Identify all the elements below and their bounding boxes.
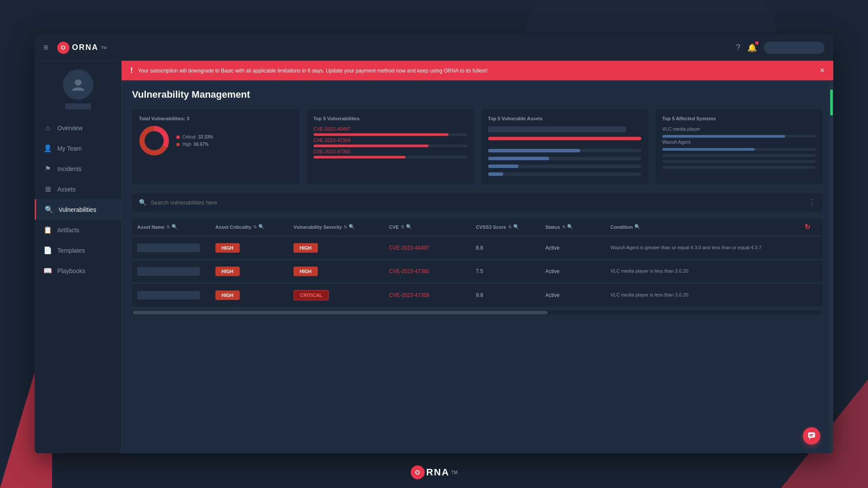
col-cvss3-sort[interactable]: ⇅ xyxy=(508,224,512,229)
col-asset-criticality-label: Asset Criticality xyxy=(215,224,251,230)
sidebar-item-myteam[interactable]: 👤 My Team xyxy=(35,138,121,158)
total-vuln-label: Total Vulnerabilities: 3 xyxy=(139,116,293,121)
table-row[interactable]: HIGH CRITICAL CVE-2023-47359 9.8 Active … xyxy=(132,284,823,307)
col-refresh[interactable]: ↻ xyxy=(805,223,818,231)
vulnerability-table: Asset Name ⇅ 🔍 Asset Criticality ⇅ 🔍 Vul… xyxy=(132,218,823,315)
help-icon[interactable]: ? xyxy=(736,43,740,52)
col-asset-name: Asset Name ⇅ 🔍 xyxy=(137,223,215,231)
cell-asset-name-2 xyxy=(137,267,215,276)
cell-condition-2: VLC media player is less than 3.0.20 xyxy=(611,268,805,274)
v-scroll-thumb[interactable] xyxy=(830,89,833,115)
col-cve-search[interactable]: 🔍 xyxy=(406,224,412,230)
criticality-badge-2: HIGH xyxy=(215,267,240,276)
cell-status-1: Active xyxy=(545,245,611,251)
cve-link-1[interactable]: CVE-2022-40497 xyxy=(389,245,429,251)
vuln-item-1[interactable]: CVE-2022-40497 xyxy=(314,126,467,132)
playbooks-icon: 📖 xyxy=(43,267,52,275)
col-asset-name-sort[interactable]: ⇅ xyxy=(166,224,170,229)
col-cve-sort[interactable]: ⇅ xyxy=(401,224,404,229)
table-row[interactable]: HIGH HIGH CVE-2023-47360 7.5 Active VLC … xyxy=(132,260,823,282)
col-condition-search[interactable]: 🔍 xyxy=(634,224,640,230)
search-input[interactable] xyxy=(151,199,804,206)
col-asset-name-search[interactable]: 🔍 xyxy=(172,224,178,230)
sidebar-item-artifacts[interactable]: 📋 Artifacts xyxy=(35,220,121,240)
sidebar-item-vulnerabilities[interactable]: 🔍 Vulnerabilities xyxy=(35,199,121,220)
cve-link-3[interactable]: CVE-2023-47359 xyxy=(389,292,429,298)
alert-close-button[interactable]: × xyxy=(820,66,825,75)
asset-bar-3 xyxy=(488,157,642,160)
vuln-bar-3 xyxy=(314,156,467,158)
page-content: Vulnerability Management Total Vulnerabi… xyxy=(122,80,833,453)
severity-badge-2: HIGH xyxy=(294,267,318,276)
cell-condition-1: Wazuh Agent is greater than or equal 4.3… xyxy=(611,244,805,251)
cell-cvss3-1: 8.8 xyxy=(476,245,545,251)
cell-cve-2[interactable]: CVE-2023-47360 xyxy=(389,268,476,274)
footer-logo-tm: TM xyxy=(451,470,457,475)
vuln-item-2[interactable]: CVE-2023-47359 xyxy=(314,138,467,143)
svg-marker-5 xyxy=(809,438,812,439)
cell-asset-name-3 xyxy=(137,291,215,300)
col-vuln-severity-label: Vulnerability Severity xyxy=(294,224,342,230)
asset-bar-4 xyxy=(488,165,642,168)
col-criticality-search[interactable]: 🔍 xyxy=(258,224,264,230)
hamburger-menu[interactable]: ≡ xyxy=(43,43,49,53)
logo-text: ORNA xyxy=(72,43,99,52)
svg-rect-7 xyxy=(809,435,812,436)
sidebar-item-templates[interactable]: 📄 Templates xyxy=(35,240,121,260)
cell-criticality-2: HIGH xyxy=(215,267,294,276)
avatar-name-bar xyxy=(65,103,91,109)
system-bar-1 xyxy=(662,135,816,138)
col-status-sort[interactable]: ⇅ xyxy=(562,224,565,229)
cve-link-2[interactable]: CVE-2023-47360 xyxy=(389,268,429,274)
col-cvss3-search[interactable]: 🔍 xyxy=(513,224,519,230)
cell-status-3: Active xyxy=(545,292,611,298)
footer-logo: O RNA TM xyxy=(410,465,457,479)
donut-chart xyxy=(139,125,169,156)
vuln-item-3[interactable]: CVE-2023-47360 xyxy=(314,149,467,154)
col-criticality-sort[interactable]: ⇅ xyxy=(253,224,257,229)
search-icon: 🔍 xyxy=(139,199,146,206)
col-severity-sort[interactable]: ⇅ xyxy=(343,224,347,229)
page-title: Vulnerability Management xyxy=(132,89,823,100)
sidebar-label-overview: Overview xyxy=(57,125,83,132)
vertical-scrollbar[interactable] xyxy=(830,81,833,453)
sidebar-label-artifacts: Artifacts xyxy=(57,227,79,234)
cell-cve-1[interactable]: CVE-2022-40497 xyxy=(389,245,476,251)
top-bar-right: ? 🔔 xyxy=(736,42,825,54)
chat-button[interactable] xyxy=(803,427,820,445)
asset-name-blurred-2 xyxy=(137,267,200,276)
assets-icon: ⊞ xyxy=(43,185,52,193)
cell-severity-3: CRITICAL xyxy=(294,290,389,300)
critical-label: Critical xyxy=(182,135,196,139)
vuln-bar-1 xyxy=(314,133,467,136)
avatar-container xyxy=(63,69,93,109)
legend-high: High 66.67% xyxy=(176,142,213,147)
system-bar-4 xyxy=(662,160,816,163)
sidebar-item-incidents[interactable]: ⚑ Incidents xyxy=(35,158,121,179)
search-options[interactable]: ⋮ xyxy=(808,198,816,207)
asset-name-bar-1 xyxy=(488,126,626,132)
cell-cve-3[interactable]: CVE-2023-47359 xyxy=(389,292,476,298)
notification-icon[interactable]: 🔔 xyxy=(747,43,757,53)
sidebar-item-playbooks[interactable]: 📖 Playbooks xyxy=(35,260,121,281)
top-bar: ≡ O ORNA TM ? 🔔 xyxy=(35,35,833,61)
horizontal-scrollbar[interactable] xyxy=(132,310,823,315)
sidebar-item-assets[interactable]: ⊞ Assets xyxy=(35,179,121,199)
cell-severity-2: HIGH xyxy=(294,267,389,276)
col-status-search[interactable]: 🔍 xyxy=(567,224,573,230)
user-profile-bar[interactable] xyxy=(764,42,825,54)
logo-container: O ORNA TM xyxy=(57,42,736,54)
refresh-icon[interactable]: ↻ xyxy=(805,223,810,231)
high-label: High xyxy=(182,142,191,147)
top5-vulns-title: Top 5 Vulnerabilities xyxy=(314,116,467,121)
donut-container: Critical 33.33% High 66.67% xyxy=(139,125,293,156)
table-row[interactable]: HIGH HIGH CVE-2022-40497 8.8 Active Wazu… xyxy=(132,237,823,259)
h-scroll-thumb[interactable] xyxy=(133,311,548,314)
cell-cvss3-3: 9.8 xyxy=(476,292,545,298)
sidebar-label-playbooks: Playbooks xyxy=(57,267,86,274)
svg-rect-0 xyxy=(75,79,82,86)
sidebar-item-overview[interactable]: ⌂ Overview xyxy=(35,118,121,138)
sidebar-label-assets: Assets xyxy=(57,186,76,193)
sidebar-label-vulnerabilities: Vulnerabilities xyxy=(59,206,96,213)
col-severity-search[interactable]: 🔍 xyxy=(349,224,355,230)
